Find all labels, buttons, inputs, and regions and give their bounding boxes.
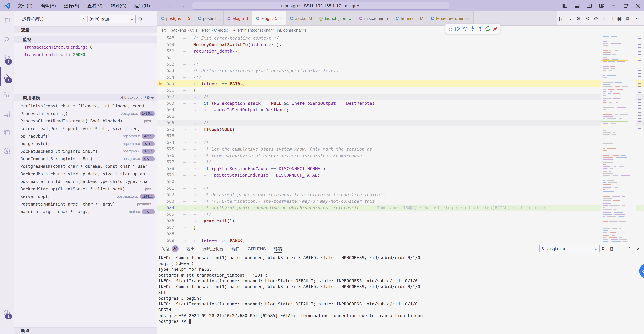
activity-item-extensions[interactable] xyxy=(0,86,14,104)
gutter[interactable]: 577 xyxy=(157,159,182,166)
gutter[interactable]: 551 xyxy=(157,54,182,61)
menu-item-5[interactable]: 运行(R) xyxy=(130,0,154,12)
stack-frame[interactable]: PostgresMain(const char * dbname, const … xyxy=(14,163,157,170)
restore-button[interactable] xyxy=(620,0,632,12)
command-center-search[interactable]: ⌕ postgres [SSH: 192.168.1.17_postgres] xyxy=(192,2,450,10)
terminal[interactable]: INFO: CommitTransaction(1) name: unnamed… xyxy=(157,254,644,334)
stack-frame[interactable]: PostmasterMain(int argc, char ** argv)po… xyxy=(14,200,157,208)
customize-layout-button[interactable] xyxy=(595,0,608,12)
minimize-button[interactable] xyxy=(608,0,620,12)
breadcrumb-item[interactable]: utils xyxy=(190,28,198,32)
gutter[interactable]: 557› xyxy=(157,94,182,100)
gutter[interactable]: 573 xyxy=(157,133,182,140)
section-breakpoints[interactable]: › 断点 xyxy=(14,328,157,334)
gutter[interactable]: 553 xyxy=(157,68,182,74)
gutter[interactable]: 555 xyxy=(157,80,182,87)
breadcrumb-item[interactable]: error xyxy=(202,28,210,32)
gutter[interactable]: 575 xyxy=(157,146,182,152)
activity-item-accounts[interactable]: 1 xyxy=(0,304,14,322)
step-over-icon[interactable] xyxy=(462,26,468,32)
timeline-icon[interactable]: ⟲ xyxy=(583,16,592,22)
terminal-selector-dropdown[interactable]: 3: ./psql (bin) ⌄ xyxy=(540,245,600,253)
stack-frame[interactable]: ReadCommand(StringInfo inBuf)postgres.c4… xyxy=(14,155,157,163)
stack-frame[interactable]: ProcessInterrupts()postgres.c3465:1 xyxy=(14,110,157,118)
tab-launch.json[interactable]: {}launch.jsonU xyxy=(316,12,355,25)
activity-item-run-and-debug[interactable]: 1 xyxy=(0,67,14,86)
open-changes-prev-icon[interactable]: ⊘ xyxy=(592,16,600,22)
continue-icon[interactable] xyxy=(455,26,460,32)
step-out-icon[interactable] xyxy=(478,26,483,32)
split-terminal-icon[interactable]: ⧉ xyxy=(600,246,607,252)
menu-item-3[interactable]: 查看(V) xyxy=(83,0,106,12)
gutter[interactable]: 589 xyxy=(157,237,182,244)
activity-item-source-control[interactable]: 7 xyxy=(0,49,14,67)
maximize-panel-icon[interactable]: ⌃ xyxy=(626,246,634,252)
chevron-down-icon[interactable]: ⌄ xyxy=(565,16,574,22)
stack-frame[interactable]: ProcessClientReadInterrupt(_Bool blocked… xyxy=(14,117,157,125)
gutter[interactable]: 586 xyxy=(157,218,182,224)
panel-tab-终端[interactable]: 终端 xyxy=(274,244,282,254)
activity-item-gitlens[interactable] xyxy=(0,123,14,142)
breadcrumb[interactable]: src›backend›utils›error›Celog.c›◈errfini… xyxy=(157,26,644,35)
toggle-primary-sidebar-button[interactable] xyxy=(559,0,571,12)
debug-views-more-icon[interactable]: ⋯ xyxy=(144,16,154,22)
close-panel-icon[interactable]: ✕ xyxy=(634,246,642,252)
stack-frame[interactable]: main(int argc, char ** argv)main.c197:1 xyxy=(14,208,157,216)
menu-item-2[interactable]: 选择(S) xyxy=(60,0,83,12)
gutter[interactable]: 549 xyxy=(157,42,182,48)
settings-gear-icon[interactable]: ⚙ xyxy=(574,16,583,22)
stack-frame[interactable]: pq_getbyte()pqcomm.c970:1 xyxy=(14,140,157,148)
circle-icon[interactable]: ◌ xyxy=(600,16,608,21)
code-editor[interactable]: 548→/*·Exit·error-handling·context·*/549… xyxy=(157,35,644,244)
panel-tab-问题[interactable]: 问题39 xyxy=(161,244,178,254)
activity-item-explorer[interactable] xyxy=(0,12,14,30)
restart-icon[interactable] xyxy=(485,26,490,32)
menu-item-1[interactable]: 编辑(E) xyxy=(36,0,60,12)
watch-item[interactable]: TransactionTimeoutPending: 0 xyxy=(14,44,157,51)
breadcrumb-item[interactable]: backend xyxy=(171,28,186,32)
gutter[interactable]: 581 xyxy=(157,185,182,192)
stack-frame[interactable]: BackendMain(char * startup_data, size_t … xyxy=(14,170,157,178)
step-into-icon[interactable] xyxy=(470,26,476,32)
tab-fe-secure-openssl[interactable]: Cfe-secure-openssl xyxy=(427,12,474,25)
stack-frame[interactable]: SocketBackend(StringInfo inBuf)postgres.… xyxy=(14,148,157,155)
gutter[interactable]: 588 xyxy=(157,230,182,237)
section-variables[interactable]: › 变量 xyxy=(14,26,157,33)
panel-tab-端口[interactable]: 端口 xyxy=(232,244,240,254)
gutter[interactable]: 583 xyxy=(157,198,182,204)
watch-item[interactable]: TransactionTimeout: 20000 xyxy=(14,51,157,58)
debug-settings-gear-icon[interactable]: ⚙ xyxy=(136,16,144,22)
gutter[interactable]: 556 xyxy=(157,87,182,94)
disconnect-icon[interactable] xyxy=(492,26,498,32)
gutter[interactable]: 572 xyxy=(157,126,182,133)
tab-miscadmin.h[interactable]: Cmiscadmin.h xyxy=(355,12,392,25)
nav-forward-icon[interactable]: → xyxy=(177,3,188,9)
breadcrumb-file[interactable]: Celog.c xyxy=(214,28,229,32)
close-button[interactable] xyxy=(632,0,644,12)
gutter[interactable]: 587 xyxy=(157,224,182,231)
panel-tab-GITLENS[interactable]: GITLENS xyxy=(248,244,266,254)
gutter[interactable]: 580 xyxy=(157,178,182,185)
launch-config-dropdown[interactable]: ▷ (gdb) 附加 ⌄ xyxy=(80,14,136,23)
section-watch[interactable]: ⌄ 监视 xyxy=(14,36,157,42)
stack-frame[interactable]: pq_recvbuf()pqcomm.c924:1 xyxy=(14,132,157,140)
minimap[interactable] xyxy=(601,35,636,244)
activity-item-search[interactable] xyxy=(0,30,14,49)
breadcrumb-item[interactable]: src xyxy=(161,28,167,32)
gutter[interactable]: 584 xyxy=(157,204,182,211)
stack-frame[interactable]: BackendStartup(ClientSocket * client_soc… xyxy=(14,185,157,193)
toggle-secondary-sidebar-button[interactable] xyxy=(583,0,595,12)
fold-chevron-icon[interactable]: › xyxy=(176,94,182,100)
debug-run-icon[interactable]: ▷ xyxy=(557,16,565,22)
gutter[interactable]: 552 xyxy=(157,61,182,68)
breadcrumb-symbol[interactable]: errfinish(const char *, int, const char … xyxy=(237,28,306,32)
activity-item-remote-explorer[interactable] xyxy=(0,104,14,123)
menu-more-icon[interactable]: ··· xyxy=(154,3,165,8)
more-actions-icon[interactable]: ⋯ xyxy=(632,16,641,22)
gutter[interactable]: 565 xyxy=(157,113,182,120)
section-call-stack[interactable]: ⌄ 调用堆栈 因 breakpoint 已暂停 xyxy=(14,94,157,101)
open-changes-next-icon[interactable]: ⍈ xyxy=(608,16,615,22)
gutter[interactable]: 550 xyxy=(157,48,182,54)
gutter[interactable]: 576 xyxy=(157,152,182,159)
nav-back-icon[interactable]: ← xyxy=(165,3,177,9)
